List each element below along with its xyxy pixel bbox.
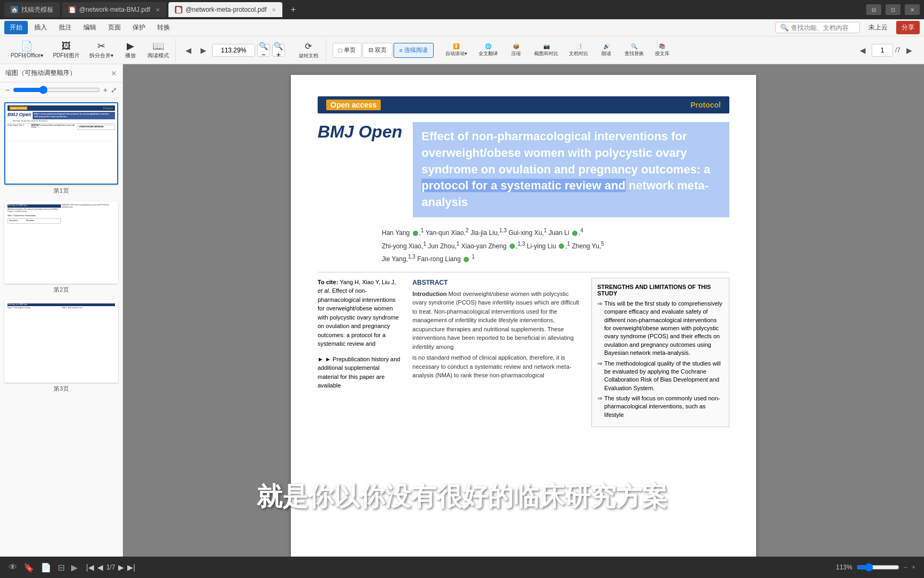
- tab-bmj-pdf[interactable]: 📄 @network-meta-BMJ.pdf ✕: [62, 2, 166, 17]
- author-dot-3: [510, 244, 515, 249]
- share-btn[interactable]: 分享: [896, 21, 920, 34]
- zoom-out-status-label: −: [904, 564, 907, 571]
- prev-page-top-btn[interactable]: ◀: [857, 44, 869, 57]
- page-nav-bottom: |◀ ◀ 1/7 ▶ ▶|: [86, 563, 135, 572]
- split-merge-btn[interactable]: ✂ 拆分合并▾: [85, 39, 118, 62]
- prev-page-bottom-btn[interactable]: ◀: [97, 563, 103, 572]
- thumb-page-1[interactable]: Open access Protocol BMJ Open Effect of …: [4, 102, 118, 195]
- screenshot-compare-btn[interactable]: 📷 截图和对比: [530, 39, 563, 62]
- tab-protocol-pdf[interactable]: 📄 @network-meta-protocol.pdf ✕: [168, 2, 283, 17]
- doc-status-icon[interactable]: 📄: [41, 562, 51, 573]
- compress-btn[interactable]: 📦 压缩: [504, 39, 528, 62]
- menu-bar: 开始 插入 批注 编辑 页面 保护 转换 🔍 未上云 分享: [0, 19, 924, 36]
- tab-bmj-close[interactable]: ✕: [156, 7, 160, 13]
- screenshot-label: 截图和对比: [534, 50, 558, 57]
- pdf-office-label: PDF转Office▾: [11, 52, 43, 59]
- zoom-input[interactable]: [212, 44, 255, 57]
- menu-insert[interactable]: 插入: [29, 21, 52, 34]
- maximize-button[interactable]: ⊡: [886, 4, 900, 15]
- continuous-label: 连续阅读: [404, 46, 428, 54]
- page-input-top[interactable]: [872, 44, 893, 57]
- split-status-icon[interactable]: ⊟: [58, 562, 65, 573]
- single-page-btn[interactable]: □ 单页: [333, 43, 361, 58]
- right-tools: ⏬ 自动滚动▾ 🌐 全文翻译 📦 压缩 📷 截图和对比 📑 文档对比 🔊 朗读 …: [440, 39, 850, 62]
- new-tab-button[interactable]: +: [287, 3, 299, 16]
- author-dot-4: [559, 244, 564, 249]
- menu-convert[interactable]: 转换: [152, 21, 175, 34]
- strength-item-2: ⇒ The methodological quality of the stud…: [597, 360, 723, 393]
- thumb-label-1: 第1页: [4, 187, 118, 195]
- double-page-btn[interactable]: ⊟ 双页: [363, 43, 392, 58]
- thumb-wrapper-2: Han Yang, et al. BMJ Open Methods and an…: [4, 201, 118, 284]
- open-access-label: Open access: [326, 100, 381, 110]
- split-label: 拆分合并▾: [89, 52, 113, 59]
- view-buttons: □ 单页 ⊟ 双页 ≡ 连续阅读: [328, 43, 438, 58]
- abstract-continue: is no standard method of clinical applic…: [412, 353, 581, 380]
- strengths-title: STRENGTHS AND LIMITATIONS OF THIS STUDY: [597, 284, 723, 296]
- cite-section: To cite: Yang H, Xiao Y, Liu J, et al. E…: [318, 278, 402, 427]
- first-page-btn[interactable]: |◀: [86, 563, 94, 572]
- read-mode-btn[interactable]: 📖 阅读模式: [143, 39, 173, 62]
- pdf-area[interactable]: Open access Protocol BMJ Open Effect of …: [123, 64, 924, 557]
- zoom-plus-icon[interactable]: +: [103, 86, 107, 94]
- thumb-page-3[interactable]: Han Yang, et al. BMJ Open Figure 1: Flow…: [4, 300, 118, 393]
- author-dot-1: [413, 231, 418, 236]
- pdf-img-icon: 🖼: [61, 41, 71, 51]
- prev-page-btn[interactable]: ◀: [182, 44, 195, 57]
- menu-annotate[interactable]: 批注: [53, 21, 77, 34]
- scroll-label: 自动滚动▾: [445, 50, 467, 57]
- play-status-icon[interactable]: ▶: [71, 562, 78, 573]
- zoom-slider-status[interactable]: [857, 563, 899, 572]
- sidebar-zoom-slider[interactable]: [13, 86, 100, 94]
- library-btn[interactable]: 📚 授文库: [650, 39, 674, 62]
- protocol-label: Protocol: [690, 101, 721, 109]
- next-page-top-btn[interactable]: ▶: [903, 44, 915, 57]
- tab-protocol-close[interactable]: ✕: [272, 7, 276, 13]
- prepub-section: ► ► Prepublication history and additiona…: [318, 355, 402, 390]
- double-page-label: 双页: [375, 46, 387, 54]
- translate-label: 全文翻译: [479, 50, 498, 57]
- search-box[interactable]: 🔍: [775, 22, 860, 33]
- pdf-to-img-btn[interactable]: 🖼 PDF转图片: [49, 39, 84, 62]
- next-page-bottom-btn[interactable]: ▶: [118, 563, 124, 572]
- auto-scroll-btn[interactable]: ⏬ 自动滚动▾: [440, 39, 472, 62]
- upload-cloud-btn[interactable]: 未上云: [863, 21, 893, 34]
- search-input[interactable]: [791, 24, 855, 32]
- full-translate-btn[interactable]: 🌐 全文翻译: [474, 39, 502, 62]
- sidebar-content: Open access Protocol BMJ Open Effect of …: [0, 98, 122, 557]
- pdf-to-office-btn[interactable]: 📄 PDF转Office▾: [6, 39, 48, 62]
- thumb-page-2[interactable]: Han Yang, et al. BMJ Open Methods and an…: [4, 201, 118, 294]
- doc-compare-btn[interactable]: 📑 文档对比: [565, 39, 592, 62]
- page-info-bottom: 1/7: [106, 564, 116, 571]
- menu-protect[interactable]: 保护: [127, 21, 151, 34]
- thumb-img-2: Han Yang, et al. BMJ Open Methods and an…: [5, 202, 117, 283]
- single-page-label: 单页: [344, 46, 356, 54]
- read-aloud-label: 朗读: [602, 50, 611, 57]
- thumb-img-3: Han Yang, et al. BMJ Open Figure 1: Flow…: [5, 301, 117, 382]
- minimize-button[interactable]: ⊟: [866, 4, 881, 15]
- read-aloud-btn[interactable]: 🔊 朗读: [595, 39, 618, 62]
- continuous-icon: ≡: [399, 47, 403, 54]
- zoom-out-btn[interactable]: 🔍−: [257, 44, 270, 57]
- zoom-in-btn[interactable]: 🔍+: [272, 44, 285, 57]
- play-btn[interactable]: ▶ 播放: [119, 39, 142, 62]
- eye-status-icon[interactable]: 👁: [9, 562, 17, 572]
- abstract-continue-text: is no standard method of clinical applic…: [412, 354, 571, 378]
- menu-page[interactable]: 页面: [103, 21, 126, 34]
- arrow-icon-3: ⇒: [597, 394, 602, 419]
- menu-edit[interactable]: 编辑: [78, 21, 102, 34]
- bookmark-status-icon[interactable]: 🔖: [24, 562, 34, 573]
- close-button[interactable]: ✕: [905, 4, 920, 15]
- sidebar-close-btn[interactable]: ✕: [111, 69, 117, 78]
- last-page-btn[interactable]: ▶|: [127, 563, 135, 572]
- next-page-btn[interactable]: ▶: [197, 44, 210, 57]
- zoom-text-status: 113%: [836, 564, 852, 571]
- sidebar-expand-icon[interactable]: ⤢: [111, 86, 117, 94]
- find-replace-btn[interactable]: 🔍 查找替换: [620, 39, 648, 62]
- authors-line-2: Zhi-yong Xiao,1 Jun Zhou,1 Xiao-yan Zhen…: [382, 239, 729, 253]
- tab-home[interactable]: 🏠 找稿壳模板: [4, 2, 60, 17]
- zoom-minus-icon[interactable]: −: [5, 86, 10, 94]
- rotate-doc-btn[interactable]: ⟳ 旋转文档: [295, 39, 322, 62]
- menu-start[interactable]: 开始: [4, 21, 28, 34]
- continuous-read-btn[interactable]: ≡ 连续阅读: [394, 43, 434, 58]
